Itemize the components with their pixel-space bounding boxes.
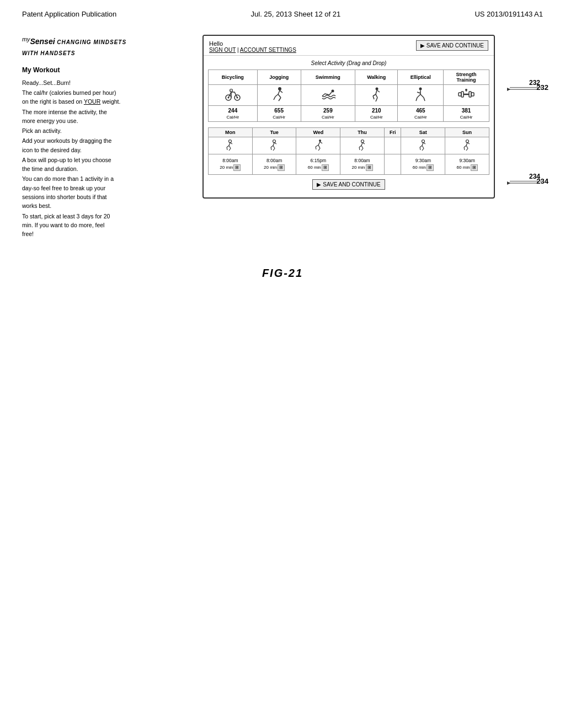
- tue-add[interactable]: ⊞: [278, 164, 285, 172]
- sign-out-link[interactable]: SIGN OUT: [209, 47, 236, 53]
- page-header: Patent Application Publication Jul. 25, …: [0, 0, 565, 24]
- header-right: US 2013/0191143 A1: [475, 10, 543, 18]
- svg-line-62: [359, 147, 360, 150]
- svg-line-37: [229, 143, 230, 146]
- fri-header: Fri: [384, 128, 401, 137]
- save-button-bottom[interactable]: ▶ SAVE AND CONTINUE: [312, 179, 385, 190]
- logo-sensei: Sensei: [30, 37, 55, 46]
- account-settings-link[interactable]: ACCOUNT SETTINGS: [240, 47, 296, 53]
- fri-icon: [384, 137, 401, 154]
- para-3: The more intense the activity, themore e…: [22, 108, 143, 126]
- svg-line-77: [467, 143, 470, 144]
- para-7: You can do more than 1 activity in aday-…: [22, 174, 143, 210]
- wed-time: 6:15pm: [297, 158, 339, 164]
- fig-label: FIG-21: [0, 267, 565, 280]
- para-2: The cal/hr (calories burned per hour)on …: [22, 88, 143, 106]
- save-icon: ▶: [420, 42, 425, 49]
- strength-icon: [445, 88, 488, 102]
- svg-line-45: [271, 146, 273, 147]
- jogging-icon-cell[interactable]: [257, 85, 301, 106]
- tue-icon: [252, 137, 296, 154]
- svg-line-49: [274, 143, 276, 144]
- para-4: Pick an activity.: [22, 126, 143, 135]
- activity-names-row: Bicycling Jogging Swimming Walking Ellip…: [209, 70, 489, 85]
- svg-line-53: [318, 145, 320, 148]
- mon-duration: 20 min ⊞: [210, 164, 251, 172]
- jogging-svg: [271, 87, 287, 102]
- mon-activity-icon: [224, 139, 236, 151]
- svg-line-48: [271, 147, 271, 150]
- sun-duration: 60 min ⊞: [446, 164, 488, 172]
- header-center: Jul. 25, 2013 Sheet 12 of 21: [251, 10, 341, 18]
- sun-add[interactable]: ⊞: [471, 164, 478, 172]
- walking-icon: [356, 87, 396, 104]
- left-description: Ready...Set...Burn! The cal/hr (calories…: [22, 78, 143, 239]
- svg-line-17: [373, 94, 376, 96]
- schedule-header-row: Mon Tue Wed Thu Fri Sat Sun: [209, 128, 489, 137]
- svg-point-34: [465, 89, 467, 91]
- sign-out-row: SIGN OUT | ACCOUNT SETTINGS: [209, 47, 296, 53]
- svg-line-8: [278, 90, 280, 94]
- svg-point-71: [466, 140, 468, 143]
- svg-line-56: [320, 142, 322, 143]
- svg-rect-32: [469, 92, 471, 97]
- svg-line-68: [422, 148, 424, 151]
- phone-frame: Hello SIGN OUT | ACCOUNT SETTINGS ▶ SAVE…: [202, 35, 495, 199]
- svg-line-25: [420, 94, 424, 98]
- svg-point-57: [361, 140, 364, 143]
- svg-line-18: [376, 94, 377, 98]
- strength-cal: 381 Cal/Hr: [444, 106, 489, 122]
- svg-line-44: [273, 143, 274, 146]
- svg-line-21: [377, 90, 380, 93]
- svg-line-61: [361, 148, 363, 151]
- wed-add[interactable]: ⊞: [322, 164, 329, 172]
- swimming-cal: 259 Cal/Hr: [301, 106, 355, 122]
- elliptical-icon-cell[interactable]: [398, 85, 444, 106]
- svg-point-14: [332, 90, 334, 93]
- wed-header: Wed: [296, 128, 340, 137]
- sat-add[interactable]: ⊞: [427, 164, 434, 172]
- annotation-234-container: 234: [507, 173, 540, 186]
- svg-line-38: [227, 146, 229, 147]
- svg-line-6: [230, 90, 231, 92]
- save-button-top[interactable]: ▶ SAVE AND CONTINUE: [416, 40, 488, 51]
- tue-header: Tue: [252, 128, 296, 137]
- wed-icon: [296, 137, 340, 154]
- thu-add[interactable]: ⊞: [366, 164, 373, 172]
- svg-line-73: [464, 146, 466, 147]
- svg-line-46: [273, 146, 275, 148]
- mon-add[interactable]: ⊞: [233, 164, 241, 172]
- thu-schedule: 8:00am 20 min ⊞: [340, 154, 385, 175]
- save-icon-bottom: ▶: [317, 181, 321, 188]
- svg-line-72: [466, 143, 467, 146]
- sat-duration: 60 min ⊞: [402, 164, 444, 172]
- phone-header-top: Hello SIGN OUT | ACCOUNT SETTINGS ▶ SAVE…: [209, 40, 488, 53]
- annotation-232-text: 232: [529, 79, 540, 87]
- svg-line-74: [466, 146, 468, 148]
- svg-point-50: [319, 140, 321, 142]
- activity-section-label: Select Activity (Drag and Drop): [208, 60, 489, 66]
- svg-point-7: [278, 87, 281, 90]
- mon-schedule: 8:00am 20 min ⊞: [209, 154, 253, 175]
- svg-line-19: [376, 98, 377, 101]
- svg-line-69: [420, 147, 420, 150]
- swimming-icon-cell[interactable]: [301, 85, 355, 106]
- activity-cal-row: 244 Cal/Hr 655 Cal/Hr 259 Cal/Hr: [209, 106, 489, 122]
- walking-cal: 210 Cal/Hr: [355, 106, 398, 122]
- svg-line-27: [416, 98, 417, 101]
- tue-schedule: 8:00am 20 min ⊞: [252, 154, 296, 175]
- svg-line-24: [417, 94, 420, 98]
- walking-icon-cell[interactable]: [355, 85, 398, 106]
- svg-line-70: [423, 143, 425, 144]
- strength-icon-cell[interactable]: [444, 85, 489, 106]
- svg-line-60: [361, 146, 363, 148]
- schedule-icons-row: [209, 137, 489, 154]
- thu-header: Thu: [340, 128, 385, 137]
- svg-line-63: [363, 143, 365, 144]
- wed-schedule: 6:15pm 60 min ⊞: [296, 154, 340, 175]
- svg-point-22: [419, 88, 422, 90]
- bicycling-name: Bicycling: [209, 70, 258, 85]
- sun-header: Sun: [445, 128, 489, 137]
- bicycling-icon-cell[interactable]: [209, 85, 258, 106]
- bicycling-icon: [210, 88, 256, 103]
